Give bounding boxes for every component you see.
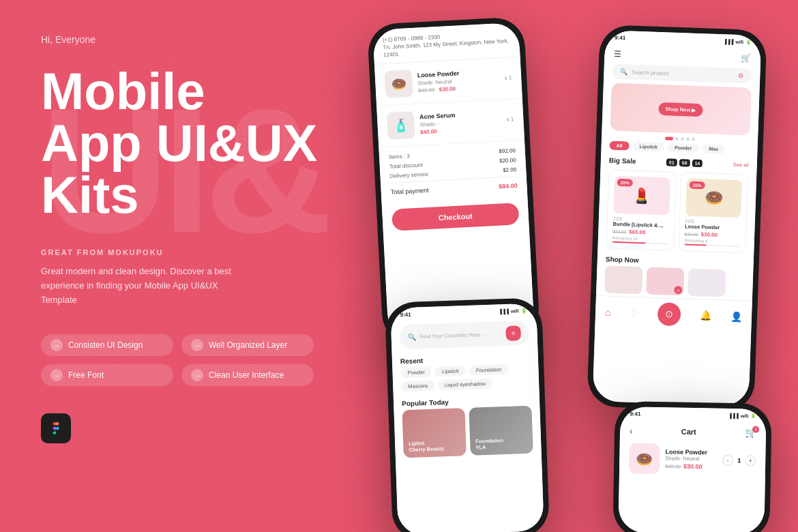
discount-badge-1: 20%	[617, 179, 633, 187]
status-time-3: 9:41	[615, 35, 625, 42]
timer-hours: 01	[666, 158, 677, 166]
left-panel: Hi, Everyone Mobile App UI&UX Kits GREAT…	[0, 0, 375, 532]
product-prices-1: $70.00 $65.00	[612, 228, 668, 237]
cart-item-1: 🍩 Loose Powder Shade: Neutral $40.00 $30…	[374, 57, 522, 106]
cat-powder[interactable]: Powder	[668, 143, 699, 153]
nav-bell[interactable]: 🔔	[700, 310, 712, 321]
product-prices-2: $40.00 $30.00	[685, 231, 741, 239]
filter-icon[interactable]: ≡	[505, 325, 521, 341]
popular-card-2: FoundationYLA	[469, 406, 533, 456]
big-sale-title: Big Sale	[609, 156, 636, 164]
nav-heart[interactable]: ♡	[630, 308, 639, 319]
signal-icon: ▐▐▐	[499, 309, 509, 314]
search-icon-2: 🔍	[408, 333, 416, 340]
shop-now-banner-btn[interactable]: Shop Now ▶	[658, 102, 703, 116]
feature-tags: → Consisten UI Design → Well Organized L…	[41, 334, 314, 386]
summary-row-total: Total payment $84.00	[390, 176, 518, 196]
wifi-icon: wifi	[511, 308, 519, 313]
cat-lipstick[interactable]: Lipstick	[632, 142, 664, 152]
shop-card-2: ⊙	[646, 267, 684, 296]
search-screen: 9:41 ▐▐▐ wifi 🔋 🔍 Find Your Cosmetic Her…	[390, 303, 544, 532]
cart-screen: (+1) 8769 - 0988 - 2330Tn. John Smith, 1…	[372, 23, 534, 340]
cart-summary: Items : 3 $92.00 Total discount $20.00 D…	[379, 140, 527, 203]
product-card-1: 💄 20% ZIZE Bundle [Lipstick & ... $70.00…	[606, 169, 676, 250]
phone-search: 9:41 ▐▐▐ wifi 🔋 🔍 Find Your Cosmetic Her…	[385, 297, 550, 532]
cart-detail-img: 🍩	[629, 443, 660, 474]
cart-address: (+1) 8769 - 0988 - 2330Tn. John Smith, 1…	[383, 29, 511, 59]
remaining-bar-2	[684, 243, 740, 247]
cart-detail-info: Loose Powder Shade: Neutral $40.00 $30.0…	[665, 448, 718, 470]
product-screen-content: 9:41 ▐▐▐wifi🔋 ☰ 🛒 🔍 Search product ⚙ Sho…	[593, 30, 762, 407]
cart-detail-prices: $40.00 $30.00	[665, 462, 717, 470]
search-screen-content: 9:41 ▐▐▐ wifi 🔋 🔍 Find Your Cosmetic Her…	[390, 303, 544, 532]
checkout-button[interactable]: Checkout	[391, 203, 519, 231]
dot-5	[691, 138, 694, 141]
tag-foundation[interactable]: Foundation	[469, 364, 509, 376]
status-time-2: 9:41	[400, 312, 411, 319]
search-placeholder-2: Find Your Cosmetic Here ...	[420, 331, 502, 340]
cart-detail-screen-content: 9:41 ▐▐▐wifi🔋 ‹ Cart 🛒 3 🍩	[618, 407, 766, 532]
feature-label-4: Clean User Interface	[209, 370, 284, 380]
feature-tag-2: → Well Organized Layer	[181, 334, 314, 356]
popular-label-1: LiptintCherry Beauty	[409, 439, 444, 454]
popular-label-2: FoundationYLA	[475, 437, 503, 452]
greeting-text: Hi, Everyone	[41, 34, 334, 45]
shop-card-3	[688, 269, 726, 297]
feature-label-3: Free Font	[68, 370, 104, 380]
main-title: Mobile App UI&UX Kits	[41, 65, 334, 221]
tag-lipstick[interactable]: Lipstick	[435, 366, 467, 377]
phone-cart: (+1) 8769 - 0988 - 2330Tn. John Smith, 1…	[367, 16, 540, 344]
product-name-1: Bundle [Lipstick & ...	[612, 221, 668, 229]
status-icons-3: ▐▐▐wifi🔋	[723, 39, 752, 45]
search-bar-2[interactable]: 🔍 Find Your Cosmetic Here ... ≡	[399, 321, 529, 350]
remaining-bar-1	[612, 241, 668, 245]
cart-item-2: 🧴 Acne Serum Shade: - $40.00 x 1	[376, 98, 524, 147]
cart-item-info-1: Loose Powder Shade: Neutral $40.00 $30.0…	[417, 68, 500, 93]
product-search[interactable]: 🔍 Search product ⚙	[612, 64, 752, 84]
cart-badge[interactable]: 🛒 3	[745, 427, 756, 438]
nav-scan-btn[interactable]: ⊙	[657, 302, 681, 326]
qty-decrease-btn[interactable]: -	[722, 454, 733, 465]
nav-home[interactable]: ⌂	[605, 306, 611, 317]
cat-mas[interactable]: Mas	[702, 144, 725, 153]
arrow-icon-1: →	[50, 339, 63, 351]
cart-detail-item: 🍩 Loose Powder Shade: Neutral $40.00 $30…	[619, 439, 766, 480]
hamburger-icon[interactable]: ☰	[614, 49, 621, 59]
product-screen: 9:41 ▐▐▐wifi🔋 ☰ 🛒 🔍 Search product ⚙ Sho…	[593, 30, 762, 407]
cart-icon-3[interactable]: 🛒	[741, 53, 751, 63]
cart-detail-screen: 9:41 ▐▐▐wifi🔋 ‹ Cart 🛒 3 🍩	[618, 407, 766, 532]
phone-cart-detail: 9:41 ▐▐▐wifi🔋 ‹ Cart 🛒 3 🍩	[612, 401, 771, 532]
discount-badge-2: 15%	[689, 181, 705, 190]
tag-mascara[interactable]: Mascara	[401, 381, 434, 392]
cart-detail-header: ‹ Cart 🛒 3	[620, 419, 766, 441]
dot-4	[685, 137, 689, 141]
tag-liquid[interactable]: Liquid eyeshadow	[438, 379, 493, 391]
cart-qty-2: x 1	[507, 116, 514, 123]
cart-detail-title: Cart	[681, 428, 696, 436]
filter-btn[interactable]: ⚙	[738, 72, 743, 79]
arrow-icon-4: →	[191, 369, 203, 381]
feature-tag-1: → Consisten UI Design	[41, 334, 173, 356]
brand-label: GREAT FROM MOKUPOKU	[41, 248, 334, 256]
timer-seconds: 14	[692, 160, 703, 168]
banner-area: Shop Now ▶	[610, 83, 751, 136]
status-bar-2: 9:41 ▐▐▐ wifi 🔋	[390, 303, 537, 321]
arrow-icon-3: →	[50, 369, 63, 381]
nav-user[interactable]: 👤	[730, 311, 743, 323]
phone-products: 9:41 ▐▐▐wifi🔋 ☰ 🛒 🔍 Search product ⚙ Sho…	[587, 25, 767, 412]
cat-all[interactable]: All	[609, 141, 629, 150]
status-icons-2: ▐▐▐ wifi 🔋	[499, 308, 527, 314]
back-icon[interactable]: ‹	[630, 425, 633, 436]
qty-increase-btn[interactable]: +	[745, 455, 756, 466]
product-img-1: 💄 20%	[613, 176, 670, 216]
tag-powder[interactable]: Powder	[400, 367, 432, 379]
timer-minutes: 58	[679, 159, 690, 167]
cart-detail-shade: Shade: Neutral	[665, 455, 717, 462]
figma-icon	[41, 413, 71, 443]
scan-icon: ⊙	[674, 286, 682, 294]
products-row: 💄 20% ZIZE Bundle [Lipstick & ... $70.00…	[597, 166, 756, 256]
feature-tag-4: → Clean User Interface	[181, 364, 314, 386]
page-container: UI& Hi, Everyone Mobile App UI&UX Kits G…	[0, 0, 798, 532]
shop-card-1	[604, 265, 642, 294]
see-all-btn[interactable]: See all	[733, 162, 749, 168]
